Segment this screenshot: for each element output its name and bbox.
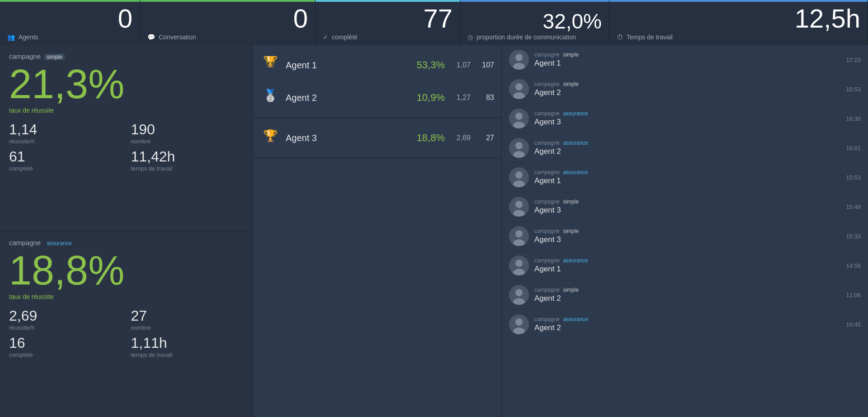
complete-label: complété	[332, 33, 358, 41]
activity-agent-name: Agent 2	[534, 294, 840, 303]
svg-point-29	[515, 289, 523, 296]
stat2-complete: 16 complété	[9, 335, 122, 358]
conv-value: 0	[147, 5, 308, 32]
campaign-assurance: campagne assurance 18,8% taux de réussit…	[0, 232, 253, 417]
header-agents: 0 👥 Agents	[0, 0, 140, 45]
svg-point-26	[515, 260, 523, 267]
complete-label-row: ✓ complété	[323, 33, 453, 41]
stat-complete-label: complété	[9, 165, 122, 172]
proportion-label-row: ◷ proportion durée de communication	[467, 33, 602, 41]
complete-icon: ✓	[323, 33, 328, 41]
ranking-agent1-stat2: 107	[476, 61, 494, 69]
avatar	[509, 285, 529, 305]
complete-bar	[316, 0, 460, 2]
temps-value: 12,5h	[617, 5, 860, 32]
stat2-nombre-value: 27	[131, 308, 244, 324]
ranking-assurance: 🏆 Agent 3 18,8% 2,69 27	[253, 118, 501, 158]
proportion-label: proportion durée de communication	[476, 33, 576, 41]
activity-campaign-line: campagne simple	[534, 228, 840, 234]
activity-info: campagne simple Agent 1	[534, 52, 840, 68]
trophy-gold-1: 🏆	[260, 55, 280, 75]
stat-nombre: 190 nombre	[131, 121, 244, 145]
activity-item: campagne simple Agent 2 16:53	[502, 75, 868, 104]
ranking-agent2-stat2: 83	[476, 94, 494, 102]
header-complete: 77 ✓ complété	[316, 0, 460, 45]
ranking-agent1: 🏆 Agent 1 53,3% 1,07 107	[253, 49, 501, 81]
svg-point-17	[515, 171, 523, 179]
stat-reussite-h-label: réussite/h	[9, 138, 122, 145]
activity-time: 16:01	[846, 145, 861, 152]
activity-item: campagne simple Agent 3 15:48	[502, 192, 868, 222]
svg-point-5	[515, 54, 523, 61]
activity-agent-name: Agent 1	[534, 59, 840, 68]
stat2-complete-label: complété	[9, 351, 122, 358]
activity-item: campagne assurance Agent 1 14:58	[502, 251, 868, 280]
ranking-agent3-name: Agent 3	[286, 133, 403, 143]
proportion-icon: ◷	[467, 33, 473, 41]
activity-time: 10:45	[846, 321, 861, 328]
activity-agent-name: Agent 1	[534, 265, 840, 274]
stat-temps-travail-label: temps de travail	[131, 165, 244, 172]
activity-campaign-name: simple	[563, 199, 579, 205]
stat-temps-travail: 11,42h temps de travail	[131, 148, 244, 172]
stat2-reussite-h: 2,69 réussite/h	[9, 308, 122, 331]
activity-campaign-label: campagne	[534, 316, 560, 322]
conv-bar	[140, 0, 315, 2]
activity-agent-name: Agent 3	[534, 235, 840, 244]
conv-label-row: 💬 Conversation	[147, 33, 308, 41]
stat-temps-travail-value: 11,42h	[131, 148, 244, 165]
campaign-simple: campagne simple 21,3% taux de réussite 1…	[0, 45, 253, 232]
activity-item: campagne assurance Agent 2 10:45	[502, 310, 868, 339]
campaigns-panel: campagne simple 21,3% taux de réussite 1…	[0, 45, 253, 417]
activity-time: 14:58	[846, 262, 861, 269]
activity-campaign-label: campagne	[534, 228, 560, 234]
header: 0 👥 Agents 0 💬 Conversation 77 ✓ complét…	[0, 0, 868, 45]
activity-agent-name: Agent 2	[534, 147, 840, 156]
svg-point-23	[515, 230, 523, 237]
activity-time: 11:06	[846, 292, 861, 299]
activity-info: campagne simple Agent 2	[534, 287, 840, 303]
ranking-agent2-stat1: 1,27	[450, 94, 471, 102]
proportion-value: 32,0%	[467, 11, 602, 32]
activity-campaign-line: campagne assurance	[534, 140, 840, 146]
activity-time: 15:33	[846, 233, 861, 240]
stat-nombre-label: nombre	[131, 138, 244, 145]
activity-campaign-label: campagne	[534, 140, 560, 146]
avatar	[509, 138, 529, 158]
stat-complete-value: 61	[9, 148, 122, 165]
activity-agent-name: Agent 3	[534, 206, 840, 215]
activity-info: campagne assurance Agent 1	[534, 257, 840, 274]
activity-info: campagne assurance Agent 1	[534, 169, 840, 185]
activity-campaign-name: assurance	[563, 316, 588, 322]
campaign-assurance-tag: assurance	[44, 240, 74, 246]
campaign-assurance-stats: 2,69 réussite/h 27 nombre 16 complété 1,…	[9, 308, 244, 358]
activity-time: 17:15	[846, 57, 861, 63]
agents-value: 0	[7, 5, 132, 32]
activity-campaign-name: simple	[563, 228, 579, 234]
ranking-simple: 🏆 Agent 1 53,3% 1,07 107 🥈 Agent 2 10,9%…	[253, 45, 501, 118]
avatar	[509, 50, 529, 70]
conv-label: Conversation	[159, 33, 196, 41]
svg-text:🏆: 🏆	[263, 56, 278, 68]
campaign-simple-label: campagne	[9, 52, 41, 60]
complete-value: 77	[323, 5, 453, 32]
avatar	[509, 197, 529, 217]
ranking-agent3: 🏆 Agent 3 18,8% 2,69 27	[253, 122, 501, 154]
ranking-agent2-name: Agent 2	[286, 93, 403, 103]
agents-label-row: 👥 Agents	[7, 33, 132, 41]
activity-info: campagne simple Agent 2	[534, 81, 840, 97]
activity-info: campagne assurance Agent 2	[534, 316, 840, 332]
activity-campaign-line: campagne simple	[534, 199, 840, 205]
ranking-agent2: 🥈 Agent 2 10,9% 1,27 83	[253, 81, 501, 114]
campaign-assurance-label: campagne	[9, 239, 41, 246]
avatar	[509, 314, 529, 334]
activity-campaign-label: campagne	[534, 81, 560, 87]
stat-reussite-h-value: 1,14	[9, 121, 122, 138]
avatar	[509, 167, 529, 187]
activity-time: 16:30	[846, 115, 861, 122]
svg-text:🥈: 🥈	[263, 89, 278, 103]
stat2-complete-value: 16	[9, 335, 122, 351]
avatar	[509, 226, 529, 246]
campaign-simple-percent: 21,3%	[9, 62, 244, 107]
stat2-nombre-label: nombre	[131, 324, 244, 331]
